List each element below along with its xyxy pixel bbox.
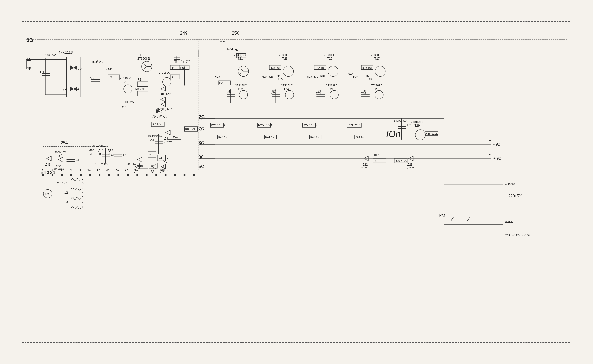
label-t23: T23 [283, 57, 288, 60]
label-3b: 3B [26, 37, 33, 43]
label-d1-bot: Д1 [134, 170, 138, 173]
label-t25: T25 [327, 57, 332, 60]
label-t27-val: 2Т3308С [371, 53, 383, 57]
label-plus-sign: + [489, 153, 491, 156]
label-d6: Д6 2×Д5607 [156, 107, 172, 111]
label-t3: T3 [161, 74, 165, 78]
label-11: 11 [64, 181, 68, 185]
label-t28-val: 2Т3168С [371, 84, 383, 87]
label-r3: R3 27к [135, 87, 145, 91]
label-c2: C2 [90, 76, 94, 80]
label-t2: T2 [122, 80, 125, 84]
label-r6: R6 [180, 66, 184, 69]
label-d5: Д5 5,6к [161, 92, 171, 95]
label-minus-sign: − [489, 138, 491, 142]
label-r35-val: 3к [366, 74, 369, 78]
label-r23-val: 3к [235, 48, 238, 52]
label-r38: R38 510Ω [425, 132, 438, 135]
label-w2: 6 [82, 182, 83, 185]
label-r36: R36 10к [362, 66, 372, 69]
label-r43: R43 1к [355, 136, 364, 139]
label-w5: 3 [82, 195, 83, 199]
svg-point-121 [184, 174, 185, 176]
page-container: 3B 249 250 1C 1B 2B 4×КД113 Д1 Д [0, 0, 593, 364]
label-c21-val: 10п [226, 90, 231, 92]
svg-point-110 [80, 174, 82, 176]
label-r21: R21 510Ω [211, 124, 225, 127]
label-t24: T24 [284, 87, 289, 91]
label-r7: R7 10к [152, 122, 162, 126]
label-d12: Д12 [108, 149, 113, 152]
label-c25-val: 100мкФ/16V [392, 119, 407, 122]
label-2at-2: 2АТ [158, 157, 163, 159]
label-a3: А3 [127, 163, 131, 166]
label-220-out: ~ 220±5% [505, 194, 522, 198]
label-w7: 1 [82, 205, 83, 208]
label-d21-val: 2Д5606 [406, 166, 415, 169]
svg-point-109 [70, 174, 72, 176]
label-t29: T29 [414, 124, 420, 127]
label-220-in: 220 +10% -25% [505, 233, 531, 237]
label-r30-val: 62к R30 [307, 75, 318, 78]
label-b3: В3 [104, 163, 107, 166]
label-4a: 4А [106, 169, 110, 172]
label-t24-val: 2Т3168С [281, 84, 293, 87]
label-conn2: 2 [70, 169, 72, 172]
label-a1: А1 [111, 154, 114, 157]
label-t22: T22 [237, 87, 243, 91]
label-d11: Д11 [98, 149, 104, 152]
svg-point-122 [193, 174, 195, 176]
label-d8: Д8 [165, 137, 168, 140]
label-r4: R4 [171, 66, 175, 69]
schematic-svg: 3B 249 250 1C 1B 2B 4×КД113 Д1 Д [19, 19, 574, 345]
label-2at-1: 2АТ [148, 153, 153, 156]
label-t1-val: 2Т3608Д [137, 57, 150, 60]
svg-point-119 [165, 174, 167, 176]
label-a2: А2 [123, 154, 126, 157]
label-c25: C25 [407, 124, 412, 127]
label-r8: R8 24к [169, 135, 178, 139]
label-r24: R24 [227, 47, 233, 51]
label-d21: Д21 [407, 163, 412, 166]
label-d2: Д2 [79, 66, 82, 70]
label-t28: T28 [373, 87, 378, 91]
label-r29: R29 510Ω [303, 124, 317, 127]
label-conn-row: 5 4 3 2 1 [41, 170, 55, 175]
label-t22-val: 2Т3168С [235, 84, 247, 87]
label-r35: R35 [368, 78, 373, 81]
label-d4: Д4 [63, 87, 67, 91]
label-6a: 6А [125, 169, 129, 172]
label-r27-val: 3к [277, 74, 280, 78]
label-r5: R5 [171, 75, 175, 79]
label-r34-val: 62к [348, 72, 353, 75]
label-r39: R39 510Ω [395, 159, 408, 162]
label-r28: R28 10к [270, 66, 281, 69]
label-r40: R40 1к [218, 136, 227, 139]
svg-point-115 [127, 174, 129, 176]
label-d8-val: 2Д5607 [163, 140, 172, 143]
label-t23-val: 2Т3308С [279, 53, 291, 57]
label-t26-val: 2Т3168С [326, 84, 338, 87]
svg-point-108 [61, 174, 63, 176]
label-r1: R1 [108, 75, 112, 79]
label-t3-val: 2Т3168С [158, 71, 170, 74]
label-d42: Д42 [56, 164, 61, 167]
svg-rect-0 [19, 19, 574, 345]
label-input-text: вход [505, 220, 513, 223]
label-d22: Д22 [362, 163, 368, 166]
label-b2: В2 [99, 163, 103, 166]
label-c6-val: 10/25V [183, 59, 192, 62]
label-1c: 1C [220, 38, 226, 43]
label-r22-val: 62к [215, 75, 220, 78]
label-w4: 4 [82, 191, 83, 195]
label-c3-val: 100/25 [124, 100, 134, 104]
label-254: 254 [61, 141, 68, 145]
schematic-wrapper: 3B 249 250 1C 1B 2B 4×КД113 Д1 Д [19, 19, 574, 345]
label-d11-pos: B [99, 152, 101, 156]
label-12: 12 [64, 191, 68, 195]
label-2b: 2B [26, 66, 32, 71]
label-8c: 8C [198, 141, 204, 145]
label-t29-val: 2Т3168С [411, 120, 423, 124]
label-w3: 5 [82, 186, 83, 190]
label-r34: R34 [353, 75, 358, 78]
